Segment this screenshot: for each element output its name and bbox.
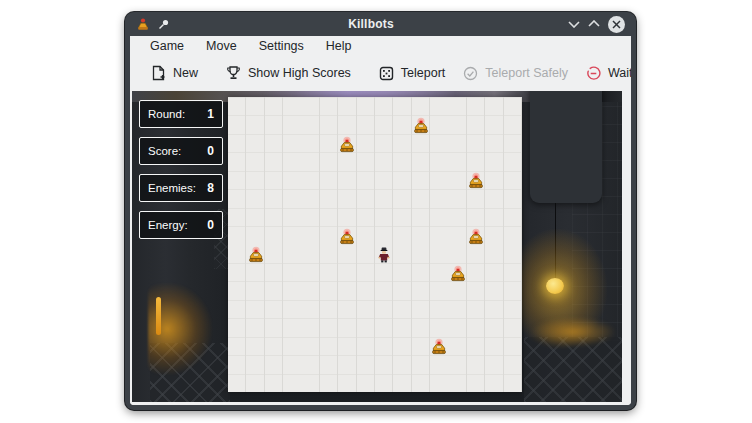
menubar: Game Move Settings Help bbox=[130, 36, 631, 57]
menu-help[interactable]: Help bbox=[316, 37, 362, 55]
killbots-window: Killbots Game Move Settings Help bbox=[125, 12, 636, 410]
close-button[interactable] bbox=[608, 16, 625, 33]
backdrop-ceiling-panel bbox=[530, 91, 602, 203]
robot-enemy bbox=[449, 265, 467, 283]
score-label: Score: bbox=[148, 145, 181, 157]
robot-enemy bbox=[338, 136, 356, 154]
game-viewport: Round: 1 Score: 0 Enemies: 8 Energy: 0 bbox=[130, 90, 631, 405]
teleport-label: Teleport bbox=[401, 66, 445, 80]
trophy-icon bbox=[226, 65, 241, 81]
robot-enemy bbox=[430, 338, 448, 356]
player-hero bbox=[377, 247, 391, 263]
new-game-button[interactable]: New bbox=[142, 60, 207, 86]
backdrop-wall-light-core bbox=[156, 297, 161, 335]
score-value: 0 bbox=[207, 144, 214, 158]
killbots-app-icon bbox=[136, 17, 150, 31]
pin-icon[interactable] bbox=[158, 18, 170, 30]
wait-out-round-label: Wait Out Round bbox=[608, 66, 631, 80]
teleport-safely-icon bbox=[463, 66, 478, 81]
toolbar: New Show High Scores bbox=[130, 57, 631, 90]
energy-label: Energy: bbox=[148, 219, 188, 231]
chevron-up-icon bbox=[588, 20, 600, 28]
robot-enemy bbox=[247, 246, 265, 264]
teleport-icon bbox=[379, 66, 394, 81]
titlebar[interactable]: Killbots bbox=[130, 12, 631, 36]
robot-enemy bbox=[467, 228, 485, 246]
robot-enemy bbox=[467, 172, 485, 190]
robot-enemy bbox=[412, 117, 430, 135]
game-scene: Round: 1 Score: 0 Enemies: 8 Energy: 0 bbox=[132, 91, 622, 402]
teleport-safely-label: Teleport Safely bbox=[485, 66, 568, 80]
menu-move[interactable]: Move bbox=[196, 37, 247, 55]
status-panel: Round: 1 Score: 0 Enemies: 8 Energy: 0 bbox=[139, 100, 223, 239]
chevron-down-icon bbox=[568, 20, 580, 28]
round-value: 1 bbox=[207, 107, 214, 121]
menu-settings[interactable]: Settings bbox=[249, 37, 314, 55]
energy-stat: Energy: 0 bbox=[139, 211, 223, 239]
wait-out-round-button[interactable]: Wait Out Round bbox=[577, 61, 631, 86]
enemies-stat: Enemies: 8 bbox=[139, 174, 223, 202]
round-label: Round: bbox=[148, 108, 185, 120]
window-title: Killbots bbox=[178, 17, 564, 31]
round-stat: Round: 1 bbox=[139, 100, 223, 128]
score-stat: Score: 0 bbox=[139, 137, 223, 165]
close-icon bbox=[612, 20, 621, 29]
document-new-icon bbox=[151, 65, 166, 81]
show-high-scores-label: Show High Scores bbox=[248, 66, 351, 80]
teleport-button[interactable]: Teleport bbox=[370, 61, 454, 86]
enemies-label: Enemies: bbox=[148, 182, 196, 194]
show-high-scores-button[interactable]: Show High Scores bbox=[217, 60, 360, 86]
teleport-safely-button: Teleport Safely bbox=[454, 61, 577, 86]
minimize-button[interactable] bbox=[564, 15, 584, 33]
energy-value: 0 bbox=[207, 218, 214, 232]
enemies-value: 8 bbox=[207, 181, 214, 195]
maximize-button[interactable] bbox=[584, 15, 604, 33]
new-game-label: New bbox=[173, 66, 198, 80]
wait-out-round-icon bbox=[586, 66, 601, 81]
backdrop-floor-glow bbox=[530, 317, 616, 347]
game-board[interactable] bbox=[228, 97, 522, 392]
menu-game[interactable]: Game bbox=[140, 37, 194, 55]
hanging-lamp-icon bbox=[546, 278, 564, 294]
robot-enemy bbox=[338, 228, 356, 246]
